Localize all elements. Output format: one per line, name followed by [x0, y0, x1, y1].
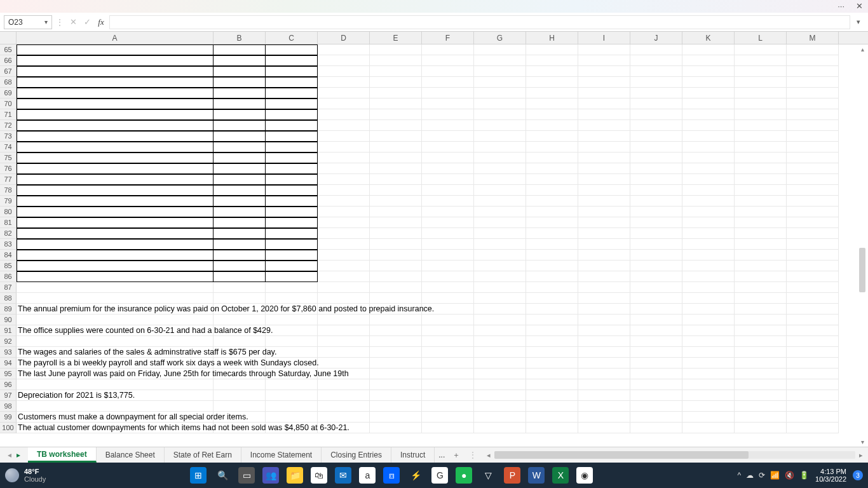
- cell-C72[interactable]: [266, 120, 318, 131]
- systray-icon-2[interactable]: ⟳: [759, 471, 765, 480]
- sheet-next-icon[interactable]: ▸: [17, 451, 20, 459]
- cell-G74[interactable]: [474, 142, 526, 152]
- cell-E99[interactable]: [370, 412, 422, 423]
- cell-B80[interactable]: [214, 207, 266, 217]
- cell-E90[interactable]: [370, 315, 422, 325]
- cell-G79[interactable]: [474, 196, 526, 207]
- cell-H80[interactable]: [526, 207, 578, 217]
- cell-F79[interactable]: [422, 196, 474, 207]
- cell-L67[interactable]: [735, 66, 787, 77]
- cell-I75[interactable]: [578, 152, 630, 163]
- cell-A89[interactable]: The annual premium for the insurance pol…: [17, 304, 214, 315]
- cell-J83[interactable]: [630, 239, 682, 250]
- cell-F72[interactable]: [422, 120, 474, 131]
- row-header[interactable]: 76: [0, 163, 17, 174]
- cell-K92[interactable]: [682, 336, 735, 347]
- cell-K96[interactable]: [682, 379, 735, 390]
- cell-A99[interactable]: Customers must make a downpayment for al…: [17, 412, 214, 423]
- cell-B69[interactable]: [214, 88, 266, 98]
- cell-J67[interactable]: [630, 66, 682, 77]
- cell-K71[interactable]: [682, 109, 735, 120]
- cell-L65[interactable]: [735, 44, 787, 55]
- cell-E93[interactable]: [370, 347, 422, 358]
- cell-A75[interactable]: [17, 152, 214, 163]
- cell-G86[interactable]: [474, 271, 526, 282]
- scroll-track[interactable]: [494, 451, 855, 459]
- cell-C70[interactable]: [266, 98, 318, 109]
- cell-B82[interactable]: [214, 228, 266, 239]
- cell-M90[interactable]: [787, 315, 839, 325]
- row-header[interactable]: 99: [0, 412, 17, 423]
- row-header[interactable]: 87: [0, 282, 17, 293]
- cell-G76[interactable]: [474, 163, 526, 174]
- cell-K66[interactable]: [682, 55, 735, 66]
- cell-F67[interactable]: [422, 66, 474, 77]
- cell-F71[interactable]: [422, 109, 474, 120]
- scroll-up-icon[interactable]: ▴: [861, 46, 864, 53]
- cell-H68[interactable]: [526, 77, 578, 88]
- cell-H94[interactable]: [526, 358, 578, 369]
- cell-H83[interactable]: [526, 239, 578, 250]
- cell-G66[interactable]: [474, 55, 526, 66]
- cell-K98[interactable]: [682, 401, 735, 412]
- cell-D76[interactable]: [318, 163, 370, 174]
- cell-J99[interactable]: [630, 412, 682, 423]
- cell-I70[interactable]: [578, 98, 630, 109]
- cell-J95[interactable]: [630, 369, 682, 379]
- cell-H78[interactable]: [526, 185, 578, 196]
- cell-G98[interactable]: [474, 401, 526, 412]
- cell-G100[interactable]: [474, 423, 526, 433]
- formula-input[interactable]: [109, 15, 850, 29]
- cell-I66[interactable]: [578, 55, 630, 66]
- horizontal-scrollbar[interactable]: ◂ ▸: [482, 451, 868, 459]
- cell-M85[interactable]: [787, 261, 839, 271]
- cell-J68[interactable]: [630, 77, 682, 88]
- cell-J100[interactable]: [630, 423, 682, 433]
- cell-D71[interactable]: [318, 109, 370, 120]
- cell-E69[interactable]: [370, 88, 422, 98]
- row-header[interactable]: 88: [0, 293, 17, 304]
- cell-K77[interactable]: [682, 174, 735, 185]
- cell-A68[interactable]: [17, 77, 214, 88]
- cell-E71[interactable]: [370, 109, 422, 120]
- row-header[interactable]: 91: [0, 325, 17, 336]
- taskbar-brave-icon[interactable]: ▽: [480, 467, 496, 484]
- cell-B72[interactable]: [214, 120, 266, 131]
- cell-I69[interactable]: [578, 88, 630, 98]
- cell-E91[interactable]: [370, 325, 422, 336]
- cell-D77[interactable]: [318, 174, 370, 185]
- column-header-F[interactable]: F: [422, 32, 474, 44]
- cell-K73[interactable]: [682, 131, 735, 142]
- cell-C69[interactable]: [266, 88, 318, 98]
- row-header[interactable]: 90: [0, 315, 17, 325]
- row-header[interactable]: 82: [0, 228, 17, 239]
- taskbar-excel-icon[interactable]: X: [552, 467, 569, 484]
- cell-F69[interactable]: [422, 88, 474, 98]
- cell-L74[interactable]: [735, 142, 787, 152]
- cell-H95[interactable]: [526, 369, 578, 379]
- cell-J71[interactable]: [630, 109, 682, 120]
- cell-J84[interactable]: [630, 250, 682, 261]
- cell-L100[interactable]: [735, 423, 787, 433]
- taskbar-start-icon[interactable]: ⊞: [190, 467, 207, 484]
- cell-C91[interactable]: [266, 325, 318, 336]
- weather-widget[interactable]: 48°F Cloudy: [5, 468, 46, 483]
- cell-M66[interactable]: [787, 55, 839, 66]
- cell-A81[interactable]: [17, 217, 214, 228]
- cell-H65[interactable]: [526, 44, 578, 55]
- cell-L92[interactable]: [735, 336, 787, 347]
- cell-J80[interactable]: [630, 207, 682, 217]
- cell-F94[interactable]: [422, 358, 474, 369]
- cell-L97[interactable]: [735, 390, 787, 401]
- cell-J87[interactable]: [630, 282, 682, 293]
- cell-M100[interactable]: [787, 423, 839, 433]
- cell-A88[interactable]: [17, 293, 214, 304]
- cell-B75[interactable]: [214, 152, 266, 163]
- cell-H85[interactable]: [526, 261, 578, 271]
- cell-E72[interactable]: [370, 120, 422, 131]
- cell-I100[interactable]: [578, 423, 630, 433]
- cell-I82[interactable]: [578, 228, 630, 239]
- cell-M67[interactable]: [787, 66, 839, 77]
- row-header[interactable]: 68: [0, 77, 17, 88]
- cell-A96[interactable]: [17, 379, 214, 390]
